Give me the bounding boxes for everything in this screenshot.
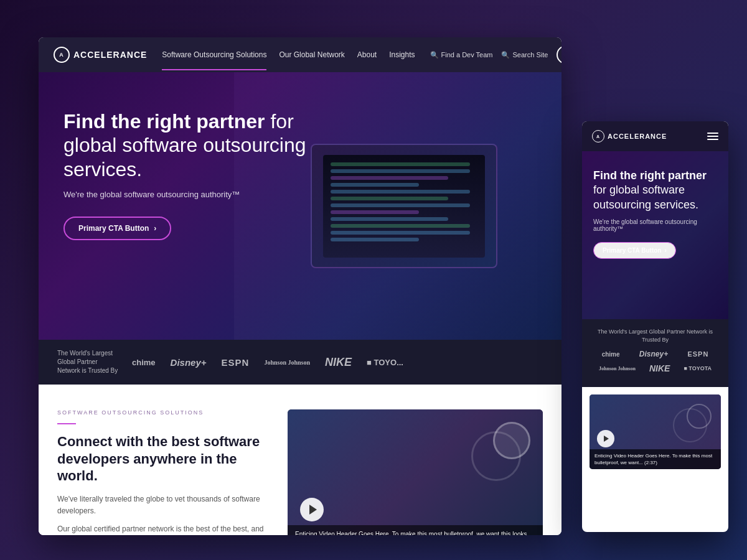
mobile-brand-toyota: ■ TOYOTA [684, 365, 712, 371]
mobile-brand-name: ACCELERANCE [608, 133, 667, 140]
desktop-nav: A ACCELERANCE Software Outsourcing Solut… [39, 37, 561, 72]
hero-title-bold: Find the right partner [63, 110, 265, 133]
mobile-logo-circle: A [592, 130, 604, 142]
mobile-hero-content: Find the right partner for global softwa… [582, 151, 728, 276]
mobile-title-rest: for global software outsourcing services… [593, 184, 698, 210]
code-line [331, 217, 448, 221]
mobile-brands-row-1: chime Disney+ ESPN [592, 350, 718, 358]
brand-nike: NIKE [325, 356, 352, 369]
video-visual [288, 409, 543, 535]
code-line [331, 197, 448, 200]
hero-subtitle: We're the global software outsourcing au… [63, 190, 312, 199]
section-label: SOFTWARE OUTSOURCING SOLUTIONS [57, 409, 269, 416]
code-line [331, 162, 470, 166]
mobile-circle-1 [687, 404, 712, 429]
trusted-label: The World's Largest Global Partner Netwo… [57, 349, 120, 375]
video-caption: Enticing Video Header Goes Here. To make… [288, 525, 543, 535]
brand-espn: ESPN [222, 357, 250, 368]
mobile-hero-subtitle: We're the global software outsourcing au… [593, 218, 717, 232]
section-desc-1: We've literally traveled the globe to ve… [57, 493, 269, 517]
video-thumbnail: Enticing Video Header Goes Here. To make… [288, 409, 543, 535]
hero-content: Find the right partner for global softwa… [39, 72, 337, 278]
hamburger-line-2 [707, 136, 718, 137]
mobile-logo[interactable]: A ACCELERANCE [592, 130, 667, 142]
arrow-icon: › [154, 224, 156, 233]
code-line [331, 183, 419, 187]
laptop-screen [323, 155, 485, 258]
section-desc-2: Our global certified partner network is … [57, 523, 269, 535]
code-line [331, 190, 470, 194]
play-button[interactable] [300, 498, 324, 521]
code-display [323, 155, 485, 252]
play-icon [309, 505, 317, 515]
nav-links: Software Outsourcing Solutions Our Globa… [162, 50, 415, 59]
brand-chime: chime [132, 358, 156, 367]
mobile-play-icon [604, 436, 609, 442]
mobile-trusted-label: The World's Largest Global Partner Netwo… [592, 328, 718, 343]
search-icon: 🔍 [430, 51, 439, 59]
mobile-video-section: Enticing Video Header Goes Here. To make… [582, 387, 728, 477]
code-line [331, 176, 448, 180]
mobile-cta-button[interactable]: Primary CTA Button › [593, 242, 676, 259]
find-dev-team[interactable]: 🔍 Find a Dev Team [430, 51, 493, 59]
brand-jj: Johnson Johnson [264, 359, 310, 366]
get-started-button[interactable]: Get Started [557, 45, 561, 64]
code-line [331, 203, 470, 207]
mobile-title-bold: Find the right partner [593, 169, 707, 182]
mobile-brand-disney: Disney+ [639, 350, 668, 358]
mobile-video-caption: Enticing Video Header Goes Here. To make… [590, 449, 721, 469]
section-title: Connect with the best software developer… [57, 433, 269, 485]
mobile-video-thumbnail: Enticing Video Header Goes Here. To make… [590, 394, 721, 469]
mobile-brands-row-2: Johnson Johnson NIKE ■ TOYOTA [592, 363, 718, 373]
mobile-hero-title: Find the right partner for global softwa… [593, 169, 717, 212]
nav-software-outsourcing[interactable]: Software Outsourcing Solutions [162, 50, 266, 59]
mobile-brand-espn: ESPN [687, 350, 708, 358]
circle-deco-1 [493, 422, 530, 459]
search-icon-2: 🔍 [501, 51, 510, 59]
mobile-brand-nike: NIKE [649, 363, 670, 373]
brand-disney: Disney+ [171, 357, 207, 368]
content-left: SOFTWARE OUTSOURCING SOLUTIONS Connect w… [57, 409, 269, 535]
hamburger-menu[interactable] [707, 133, 718, 140]
mobile-brand-chime: chime [602, 351, 620, 358]
search-site[interactable]: 🔍 Search Site [501, 51, 548, 59]
mobile-hero: Find the right partner for global softwa… [582, 151, 728, 319]
brand-toyota: ■ TOYO... [367, 358, 403, 367]
code-line [331, 210, 419, 214]
content-section: SOFTWARE OUTSOURCING SOLUTIONS Connect w… [39, 385, 561, 535]
laptop-shape [311, 144, 497, 268]
desktop-logo[interactable]: A ACCELERANCE [54, 47, 147, 63]
mobile-play-button[interactable] [597, 430, 614, 447]
hamburger-line-3 [707, 139, 718, 140]
hero-section: Find the right partner for global softwa… [39, 72, 561, 340]
hamburger-line-1 [707, 133, 718, 134]
mobile-trusted-bar: The World's Largest Global Partner Netwo… [582, 319, 728, 387]
hero-title: Find the right partner for global softwa… [63, 110, 312, 181]
mobile-arrow-icon: › [664, 247, 666, 254]
logo-circle: A [54, 47, 70, 63]
code-line [331, 169, 470, 173]
nav-about[interactable]: About [357, 50, 377, 59]
mobile-brand-jj: Johnson Johnson [599, 366, 636, 371]
hero-cta-button[interactable]: Primary CTA Button › [63, 217, 171, 240]
nav-insights[interactable]: Insights [389, 50, 415, 59]
desktop-window: A ACCELERANCE Software Outsourcing Solut… [39, 37, 561, 535]
nav-right: 🔍 Find a Dev Team 🔍 Search Site Get Star… [430, 45, 561, 64]
brand-logos: chime Disney+ ESPN Johnson Johnson NIKE … [132, 356, 543, 369]
code-line [331, 238, 419, 241]
code-line [331, 224, 470, 228]
nav-global-network[interactable]: Our Global Network [279, 50, 344, 59]
content-right: Enticing Video Header Goes Here. To make… [288, 409, 543, 535]
trusted-bar: The World's Largest Global Partner Netwo… [39, 340, 561, 385]
section-divider [57, 423, 76, 424]
brand-name: ACCELERANCE [73, 50, 147, 60]
mobile-nav: A ACCELERANCE [582, 121, 728, 151]
mobile-window: A ACCELERANCE Find the right partner for… [582, 121, 728, 532]
code-line [331, 231, 470, 235]
